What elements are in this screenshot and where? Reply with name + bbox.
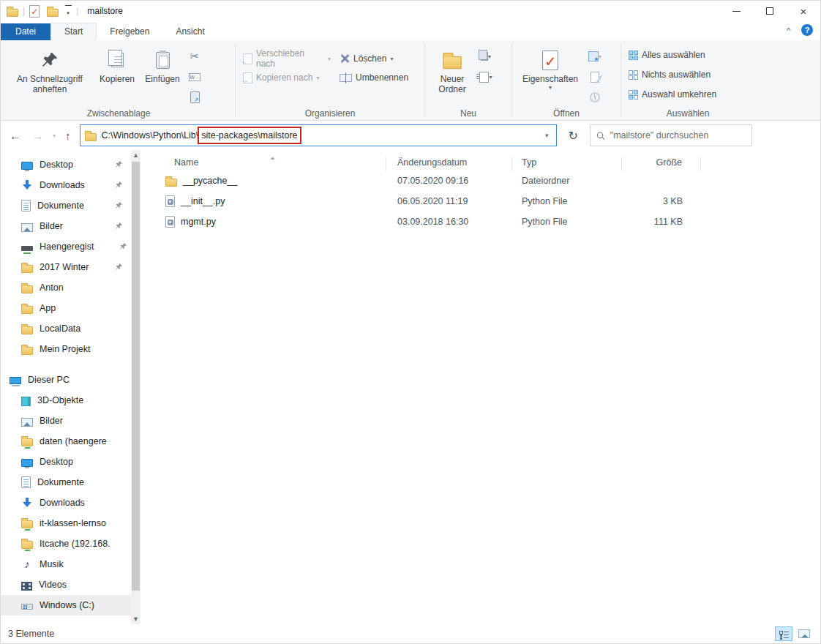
document-icon — [21, 476, 31, 488]
cut-button[interactable]: ✂ — [185, 48, 204, 65]
recent-locations-dropdown-icon[interactable]: ▾ — [52, 132, 56, 139]
help-icon[interactable]: ? — [801, 24, 813, 36]
sidebar-item-app[interactable]: App — [1, 298, 131, 318]
file-row-init-py[interactable]: __init__.py 06.05.2020 11:19 Python File… — [140, 191, 820, 211]
sidebar-item-videos[interactable]: Videos — [1, 574, 131, 595]
new-item-button[interactable]: ▾ — [476, 68, 495, 86]
address-bar[interactable]: C:\Windows\Python\Lib\site-packages\mail… — [80, 124, 557, 146]
paste-icon — [156, 52, 170, 69]
sidebar-item-it-klassen[interactable]: it-klassen-lernso — [1, 513, 131, 533]
sidebar-item-anton[interactable]: Anton — [1, 277, 131, 298]
sidebar-scrollbar[interactable]: ▲ ▼ — [131, 150, 140, 624]
quick-access-properties-icon[interactable] — [29, 5, 40, 18]
tab-freigeben[interactable]: Freigeben — [97, 23, 162, 40]
sidebar-item-label: App — [40, 303, 56, 313]
history-button[interactable] — [585, 89, 604, 106]
column-header-date[interactable]: Änderungsdatum — [386, 157, 512, 171]
tab-ansicht[interactable]: Ansicht — [162, 23, 217, 40]
download-arrow-icon — [21, 497, 33, 509]
sidebar-item-label: LocalData — [40, 323, 80, 334]
search-input[interactable] — [610, 130, 746, 141]
easy-access-button[interactable]: ▾ — [476, 48, 495, 65]
scrollbar-thumb[interactable] — [132, 162, 140, 591]
ribbon-group-organize: Verschieben nach ▾ Löschen ▾ Kopieren na… — [236, 40, 424, 120]
search-box[interactable] — [590, 124, 752, 146]
collapse-ribbon-icon[interactable]: ^ — [787, 26, 791, 34]
thumbnail-view-button[interactable] — [795, 626, 813, 641]
quick-access-new-folder-icon[interactable] — [47, 9, 59, 17]
sidebar-item-localdata[interactable]: LocalData — [1, 318, 131, 339]
pin-icon — [115, 222, 124, 231]
tab-datei[interactable]: Datei — [1, 23, 50, 40]
file-row-pycache[interactable]: __pycache__ 07.05.2020 09:16 Dateiordner — [140, 171, 820, 191]
sidebar-item-itcache[interactable]: Itcache (192.168. — [1, 533, 131, 554]
sidebar-item-dokumente-pc[interactable]: Dokumente — [1, 472, 131, 493]
download-arrow-icon — [21, 179, 33, 191]
dropdown-icon: ▾ — [316, 75, 319, 81]
file-date: 03.09.2018 16:30 — [386, 217, 512, 227]
copy-to-button[interactable]: Kopieren nach ▾ — [239, 68, 335, 87]
titlebar: | ▾ | mailstore × — [1, 1, 820, 21]
pin-icon — [115, 181, 124, 190]
sidebar-item-2017-winter[interactable]: 2017 Winter — [1, 257, 131, 277]
up-button[interactable]: ↑ — [62, 130, 74, 142]
select-all-label: Alles auswählen — [642, 50, 705, 60]
sidebar-item-bilder-pc[interactable]: Bilder — [1, 411, 131, 431]
paste-button[interactable]: Einfügen — [140, 45, 185, 86]
delete-button[interactable]: Löschen ▾ — [335, 49, 397, 68]
network-folder-icon — [21, 520, 33, 528]
file-name: mgmt.py — [181, 217, 216, 227]
sidebar-item-mein-projekt[interactable]: Mein Projekt — [1, 339, 131, 359]
easy-access-icon — [481, 52, 488, 61]
column-header-size[interactable]: Größe — [622, 157, 701, 171]
pin-to-quick-access-button[interactable]: An Schnellzugriff anheften — [5, 45, 94, 96]
sidebar-item-label: daten (haengere — [40, 436, 107, 446]
invert-selection-button[interactable]: Auswahl umkehren — [624, 86, 721, 103]
address-dropdown-icon[interactable]: ▾ — [545, 132, 556, 139]
refresh-icon[interactable]: ↻ — [563, 129, 584, 143]
sidebar-item-downloads-pc[interactable]: Downloads — [1, 493, 131, 513]
sidebar-item-dieser-pc[interactable]: Dieser PC — [1, 370, 131, 390]
details-view-button[interactable] — [775, 626, 792, 641]
scroll-up-icon[interactable]: ▲ — [131, 150, 140, 160]
sidebar-item-dokumente-quick[interactable]: Dokumente — [1, 195, 131, 216]
dropdown-icon: ▾ — [390, 56, 393, 62]
address-folder-icon — [85, 133, 97, 141]
rename-button[interactable]: Umbenennen — [335, 68, 413, 87]
sidebar-item-downloads-quick[interactable]: Downloads — [1, 175, 131, 195]
sidebar-item-musik[interactable]: ♪Musik — [1, 554, 131, 574]
sidebar-item-haengeregist[interactable]: Haengeregist — [1, 236, 131, 257]
minimize-button[interactable] — [719, 1, 753, 21]
close-button[interactable]: × — [787, 1, 820, 21]
open-button[interactable]: ▾ — [585, 48, 604, 65]
paste-shortcut-button[interactable] — [185, 89, 204, 106]
tab-start[interactable]: Start — [50, 23, 97, 40]
sidebar-item-3d-objekte[interactable]: 3D-Objekte — [1, 390, 131, 411]
column-header-type[interactable]: Typ — [512, 157, 622, 171]
column-header-name[interactable]: ▲Name — [140, 157, 386, 171]
copy-button[interactable]: Kopieren — [94, 45, 140, 86]
move-to-button[interactable]: Verschieben nach ▾ — [239, 49, 335, 68]
sidebar-item-bilder-quick[interactable]: Bilder — [1, 216, 131, 236]
file-row-mgmt-py[interactable]: mgmt.py 03.09.2018 16:30 Python File 111… — [140, 211, 820, 232]
ribbon-tab-row: Datei Start Freigeben Ansicht ^ ? — [1, 21, 820, 40]
edit-button[interactable] — [585, 68, 604, 86]
properties-button[interactable]: Eigenschaften ▾ — [515, 45, 585, 92]
select-none-button[interactable]: Nichts auswählen — [624, 66, 715, 83]
network-folder-icon — [21, 438, 33, 446]
sidebar-item-desktop-quick[interactable]: Desktop — [1, 154, 131, 175]
sidebar-item-desktop-pc[interactable]: Desktop — [1, 452, 131, 472]
new-folder-button[interactable]: Neuer Ordner — [428, 45, 476, 96]
back-button[interactable]: ← — [7, 130, 23, 142]
forward-button[interactable]: → — [29, 130, 46, 142]
close-icon: × — [801, 6, 807, 17]
scroll-down-icon[interactable]: ▼ — [131, 614, 140, 624]
content-area: Desktop Downloads Dokumente Bilder Haeng… — [1, 150, 820, 624]
maximize-button[interactable] — [753, 1, 787, 21]
customize-quick-access-dropdown-icon[interactable]: ▾ — [64, 5, 72, 17]
sidebar-item-windows-c[interactable]: Windows (C:) — [1, 595, 131, 615]
copy-path-button[interactable]: W⋯ — [185, 68, 204, 86]
select-all-button[interactable]: Alles auswählen — [624, 46, 710, 64]
sidebar-item-daten[interactable]: daten (haengere — [1, 431, 131, 452]
file-type: Python File — [512, 217, 622, 227]
